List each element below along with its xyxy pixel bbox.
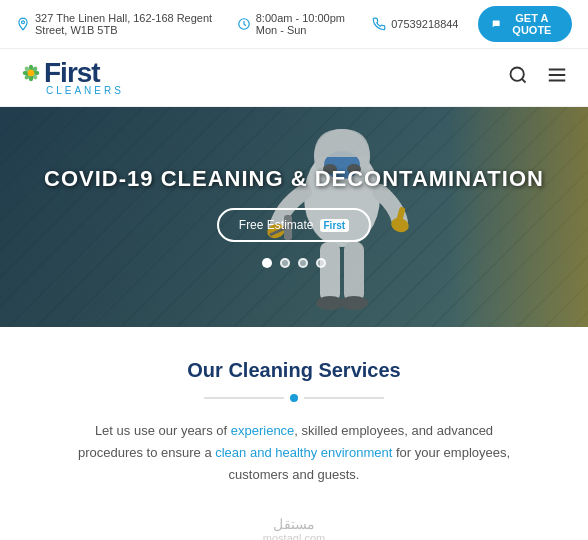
divider-line-right [304, 397, 384, 399]
services-section: Our Cleaning Services Let us use our yea… [0, 327, 588, 506]
svg-point-0 [22, 21, 25, 24]
svg-point-10 [28, 70, 35, 77]
free-estimate-label: Free Estimate [239, 218, 314, 232]
phone-item: 07539218844 [372, 17, 458, 31]
services-title: Our Cleaning Services [20, 359, 568, 382]
hero-content: COVID-19 CLEANING & DECONTAMINATION Free… [24, 166, 564, 268]
search-button[interactable] [508, 65, 528, 90]
hours-item: 8:00am - 10:00pm Mon - Sun [237, 12, 352, 36]
menu-button[interactable] [546, 64, 568, 91]
location-icon [16, 17, 30, 31]
watermark: مستقل mostaql.com [0, 506, 588, 540]
free-estimate-button[interactable]: Free Estimate First [217, 208, 371, 242]
svg-point-26 [316, 296, 344, 310]
hero-dot-4[interactable] [316, 258, 326, 268]
hero-dots [44, 258, 544, 268]
logo-flower-icon [20, 62, 42, 84]
desc-highlight1: experience [231, 423, 295, 438]
hero-dot-2[interactable] [280, 258, 290, 268]
address-item: 327 The Linen Hall, 162-168 Regent Stree… [16, 12, 217, 36]
svg-point-27 [340, 296, 368, 310]
address-text: 327 The Linen Hall, 162-168 Regent Stree… [35, 12, 217, 36]
phone-text: 07539218844 [391, 18, 458, 30]
svg-line-12 [522, 79, 526, 83]
hero-dot-1[interactable] [262, 258, 272, 268]
services-divider [20, 394, 568, 402]
logo[interactable]: First Cleaners [20, 59, 124, 96]
hero-section: COVID-19 CLEANING & DECONTAMINATION Free… [0, 107, 588, 327]
quote-icon [492, 18, 500, 30]
get-quote-button[interactable]: GET A QUOTE [478, 6, 572, 42]
desc-highlight2: clean and healthy environment [215, 445, 392, 460]
hamburger-icon [546, 64, 568, 86]
logo-sub-text: Cleaners [46, 85, 124, 96]
search-icon [508, 65, 528, 85]
hours-text: 8:00am - 10:00pm Mon - Sun [256, 12, 352, 36]
clock-icon [237, 17, 251, 31]
phone-icon [372, 17, 386, 31]
logo-first-text: First [44, 59, 100, 87]
get-quote-label: GET A QUOTE [506, 12, 558, 36]
header: First Cleaners [0, 49, 588, 107]
hero-title: COVID-19 CLEANING & DECONTAMINATION [44, 166, 544, 192]
hero-dot-3[interactable] [298, 258, 308, 268]
top-bar: 327 The Linen Hall, 162-168 Regent Stree… [0, 0, 588, 49]
desc-part1: Let us use our years of [95, 423, 231, 438]
services-description: Let us use our years of experience, skil… [64, 420, 524, 486]
svg-point-11 [511, 68, 524, 81]
header-icons [508, 64, 568, 91]
divider-dot [290, 394, 298, 402]
hero-btn-logo: First [320, 219, 350, 232]
divider-line-left [204, 397, 284, 399]
watermark-latin: mostaql.com [10, 532, 578, 540]
watermark-arabic: مستقل [10, 516, 578, 532]
